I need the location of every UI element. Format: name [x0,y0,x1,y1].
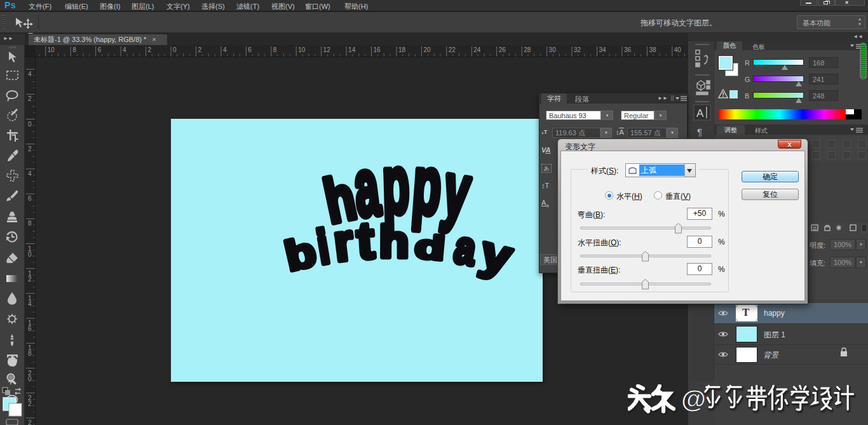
svg-text:18: 18 [398,46,406,53]
svg-text:d: d [414,227,447,267]
svg-text:2: 2 [198,46,201,53]
svg-text:4: 4 [123,46,126,53]
svg-text:30: 30 [549,46,557,53]
svg-text:8: 8 [72,46,76,53]
svg-text:2: 2 [28,419,32,425]
svg-text:34: 34 [599,46,607,53]
svg-text:A: A [696,107,704,119]
svg-text:8: 8 [28,350,32,357]
svg-text:10: 10 [48,46,55,53]
svg-text:36: 36 [624,46,632,53]
svg-text:h: h [379,217,409,267]
svg-text:0: 0 [28,375,32,382]
svg-text:6: 6 [98,46,102,53]
svg-text:0: 0 [28,121,32,128]
svg-text:12: 12 [323,46,331,53]
svg-text:y: y [475,225,517,283]
svg-text:8: 8 [28,220,32,227]
svg-text:4: 4 [223,46,227,53]
svg-text:2: 2 [148,46,152,53]
svg-text:6: 6 [28,325,32,332]
svg-text:4: 4 [28,300,32,307]
svg-text:32: 32 [574,46,581,53]
svg-text:38: 38 [649,46,656,53]
svg-text:26: 26 [499,46,506,53]
svg-text:14: 14 [348,46,356,53]
svg-text:6: 6 [28,195,32,202]
svg-text:2: 2 [28,145,32,152]
svg-text:16: 16 [374,46,381,53]
svg-text:2: 2 [28,95,32,102]
svg-text:10: 10 [298,46,306,53]
svg-text:2: 2 [28,400,32,407]
svg-text:¶: ¶ [697,126,702,137]
svg-text:0: 0 [173,46,177,53]
svg-text:28: 28 [524,46,531,53]
svg-text:4: 4 [28,170,32,177]
svg-text:20: 20 [423,46,431,53]
svg-text:6: 6 [248,46,252,53]
svg-text:8: 8 [273,46,277,53]
svg-text:22: 22 [449,46,456,53]
svg-text:b: b [281,227,320,280]
svg-text:40: 40 [674,46,682,53]
svg-text:@: @ [681,385,706,413]
svg-text:0: 0 [28,251,32,258]
svg-text:2: 2 [28,276,32,283]
svg-text:24: 24 [473,46,481,53]
svg-text:4: 4 [28,71,32,78]
